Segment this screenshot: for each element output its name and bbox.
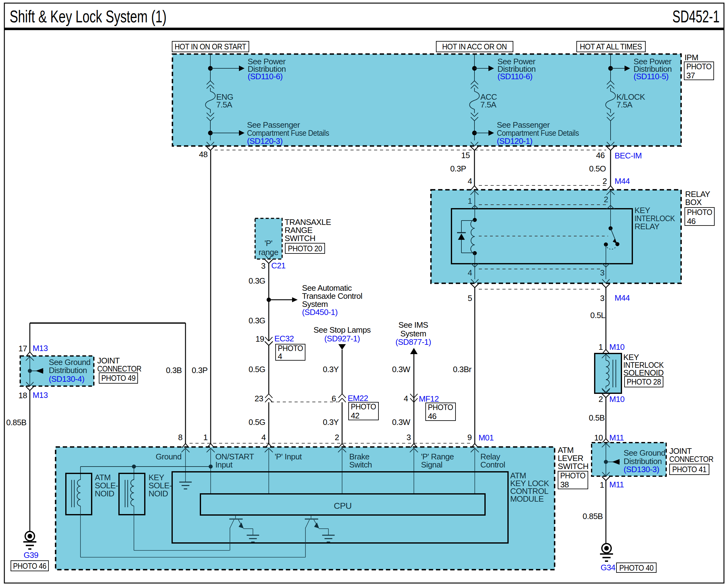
svg-text:RELAY: RELAY (635, 222, 660, 231)
svg-text:0.85B: 0.85B (583, 511, 603, 521)
svg-text:4: 4 (467, 176, 472, 186)
svg-text:PHOTO 28: PHOTO 28 (627, 377, 661, 386)
svg-text:46: 46 (596, 151, 605, 160)
svg-text:0.3P: 0.3P (192, 365, 208, 375)
svg-text:NOID: NOID (148, 489, 168, 498)
svg-text:MF12: MF12 (419, 394, 439, 403)
svg-text:See IMS: See IMS (398, 320, 428, 330)
svg-text:4: 4 (261, 433, 266, 442)
svg-text:0.3G: 0.3G (249, 316, 265, 325)
svg-text:8: 8 (178, 433, 182, 442)
svg-text:G39: G39 (24, 550, 38, 560)
svg-text:Signal: Signal (421, 460, 442, 469)
svg-text:G34: G34 (601, 563, 615, 572)
svg-text:37: 37 (686, 71, 695, 80)
svg-text:2: 2 (599, 395, 603, 404)
svg-text:PHOTO: PHOTO (560, 471, 585, 480)
svg-text:3: 3 (407, 433, 411, 442)
svg-text:0.3Br: 0.3Br (453, 365, 472, 374)
svg-text:3: 3 (261, 261, 265, 271)
svg-text:15: 15 (461, 151, 470, 160)
svg-text:C21: C21 (271, 261, 286, 270)
svg-text:Shift & Key Lock System (1): Shift & Key Lock System (1) (9, 6, 167, 26)
svg-text:M44: M44 (615, 176, 630, 186)
svg-text:Control: Control (480, 460, 505, 469)
svg-text:PHOTO: PHOTO (351, 402, 376, 411)
svg-text:1: 1 (203, 433, 208, 442)
svg-text:PHOTO: PHOTO (687, 208, 712, 217)
svg-text:0.3W: 0.3W (392, 365, 411, 374)
svg-text:M11: M11 (609, 480, 624, 489)
svg-text:HOT AT ALL TIMES: HOT AT ALL TIMES (580, 42, 642, 51)
svg-text:(SD110-6): (SD110-6) (248, 72, 283, 81)
svg-text:19: 19 (255, 334, 264, 343)
svg-text:1: 1 (600, 480, 604, 489)
svg-text:PHOTO 41: PHOTO 41 (672, 465, 707, 474)
svg-text:6: 6 (332, 394, 336, 403)
svg-text:(SD120-1): (SD120-1) (497, 136, 533, 146)
svg-text:0.5G: 0.5G (249, 365, 265, 374)
svg-text:4: 4 (467, 268, 472, 277)
svg-text:10: 10 (594, 433, 603, 442)
svg-text:0.5L: 0.5L (590, 311, 605, 320)
svg-text:2: 2 (602, 176, 607, 186)
svg-text:7.5A: 7.5A (216, 100, 232, 109)
svg-text:2: 2 (604, 195, 608, 204)
svg-text:42: 42 (351, 411, 359, 420)
svg-text:4: 4 (278, 352, 282, 361)
svg-text:5: 5 (467, 294, 472, 303)
svg-text:(SD120-3): (SD120-3) (247, 136, 283, 146)
svg-text:M01: M01 (478, 433, 494, 442)
svg-text:EC32: EC32 (274, 334, 294, 343)
svg-text:range: range (258, 248, 278, 257)
svg-text:7.5A: 7.5A (617, 100, 632, 109)
svg-text:1: 1 (599, 342, 603, 352)
svg-text:(SD130-4): (SD130-4) (49, 374, 84, 384)
svg-text:0.3P: 0.3P (450, 164, 466, 173)
svg-text:SOLENOID: SOLENOID (623, 368, 664, 377)
svg-text:BEC-IM: BEC-IM (615, 151, 642, 160)
svg-text:SWITCH: SWITCH (558, 462, 588, 471)
svg-text:46: 46 (428, 412, 437, 421)
svg-text:Distribution: Distribution (49, 365, 87, 375)
svg-text:46: 46 (687, 216, 696, 226)
svg-text:M11: M11 (609, 433, 624, 442)
svg-text:(SD927-1): (SD927-1) (325, 334, 360, 343)
svg-text:EM22: EM22 (348, 394, 368, 403)
svg-text:PHOTO 49: PHOTO 49 (101, 373, 136, 383)
svg-text:CONNECTOR: CONNECTOR (97, 364, 141, 373)
svg-text:1: 1 (467, 196, 472, 206)
svg-text:HOT IN ACC OR ON: HOT IN ACC OR ON (442, 42, 507, 51)
svg-text:0.5B: 0.5B (589, 413, 605, 422)
svg-text:M10: M10 (609, 342, 625, 352)
svg-text:PHOTO 40: PHOTO 40 (619, 563, 653, 572)
svg-text:0.5G: 0.5G (249, 418, 265, 427)
svg-text:17: 17 (18, 344, 27, 353)
svg-text:M13: M13 (33, 343, 48, 353)
svg-text:M10: M10 (609, 395, 625, 404)
svg-text:Switch: Switch (349, 460, 372, 469)
svg-text:23: 23 (254, 394, 263, 403)
svg-text:0.3G: 0.3G (249, 276, 265, 286)
svg-text:0.85B: 0.85B (6, 418, 26, 427)
svg-text:0.3B: 0.3B (166, 365, 182, 375)
svg-text:SWITCH: SWITCH (285, 234, 315, 243)
svg-text:See Stop Lamps: See Stop Lamps (313, 325, 371, 335)
svg-text:7.5A: 7.5A (480, 100, 497, 109)
svg-text:(SD130-3): (SD130-3) (624, 465, 659, 474)
svg-text:(SD110-5): (SD110-5) (633, 72, 669, 81)
svg-text:'P': 'P' (265, 238, 272, 248)
svg-text:BOX: BOX (685, 197, 702, 207)
svg-text:9: 9 (467, 433, 472, 442)
svg-text:0.3Y: 0.3Y (323, 365, 339, 374)
svg-text:CONNECTOR: CONNECTOR (669, 455, 713, 464)
svg-text:(SD110-6): (SD110-6) (497, 72, 533, 81)
svg-text:18: 18 (18, 391, 27, 400)
svg-text:PHOTO: PHOTO (686, 62, 711, 71)
svg-text:0.3W: 0.3W (392, 418, 411, 427)
svg-text:PHOTO 46: PHOTO 46 (13, 561, 46, 571)
svg-text:3: 3 (600, 268, 604, 277)
svg-text:0.3Y: 0.3Y (323, 418, 339, 427)
svg-text:System: System (400, 329, 426, 338)
svg-text:M44: M44 (615, 293, 630, 302)
